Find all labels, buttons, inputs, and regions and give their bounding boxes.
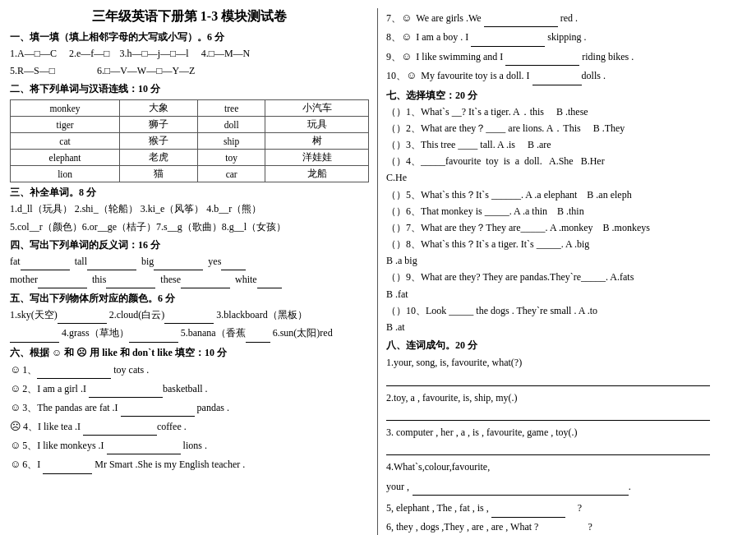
smiley-icon-8: ☺ bbox=[401, 28, 412, 46]
blank-mother[interactable] bbox=[38, 272, 87, 288]
meaning-right-1: 小汽车 bbox=[265, 100, 369, 117]
page: 三年级英语下册第 1-3 模块测试卷 一、填一填（填上相邻字母的大写或小写）。6… bbox=[0, 0, 756, 535]
section8-item4-q: 4.What`s,colour,favourite, bbox=[386, 459, 746, 475]
section8-item1-ans[interactable] bbox=[386, 373, 710, 386]
meaning-right-5: 龙船 bbox=[265, 166, 369, 182]
section7-item9: （）9、What are they? They are pandas.They`… bbox=[386, 270, 746, 285]
smiley-icon-5: ☺ bbox=[10, 437, 21, 454]
meaning-left-3: 猴子 bbox=[120, 133, 198, 150]
blank-s6-2[interactable] bbox=[89, 381, 163, 398]
word-table: monkey 大象 tree 小汽车 tiger 狮子 doll 玩具 cat … bbox=[10, 99, 369, 182]
meaning-right-4: 洋娃娃 bbox=[265, 150, 369, 166]
smiley-icon-10: ☺ bbox=[406, 67, 417, 85]
blank-blackboard[interactable] bbox=[10, 325, 59, 342]
word-left-4: elephant bbox=[11, 150, 120, 166]
section8-item3-q: 3. computer , her , a , is , favourite, … bbox=[386, 424, 746, 440]
section7-item9b: B .fat bbox=[386, 287, 746, 302]
blank-s6-3[interactable] bbox=[121, 400, 195, 417]
meaning-right-3: 树 bbox=[265, 133, 369, 150]
section7-item5: （）5、What`s this？It`s ______. A .a elepha… bbox=[386, 187, 746, 203]
section6-item10: 10、☺ My favourite toy is a doll. I dolls… bbox=[386, 67, 746, 85]
section7-title: 七、选择填空：20 分 bbox=[386, 89, 746, 103]
section3-line2: 5.col__r（颜色）6.or__ge（桔子）7.s__g（歌曲）8.g__l… bbox=[10, 219, 369, 235]
blank-s6-1[interactable] bbox=[37, 362, 111, 379]
section4-line1: fat tall big yes bbox=[10, 254, 369, 270]
smiley-icon-3: ☺ bbox=[10, 399, 21, 417]
section8-item2-q: 2.toy, a , favourite, is, ship, my(.) bbox=[386, 390, 746, 406]
blank-yes[interactable] bbox=[221, 254, 246, 270]
blank-s6-4[interactable] bbox=[83, 419, 157, 436]
smiley-icon-6: ☺ bbox=[10, 456, 21, 473]
meaning-left-1: 大象 bbox=[120, 100, 198, 117]
smiley-icon-7: ☺ bbox=[401, 9, 412, 27]
blank-these[interactable] bbox=[181, 272, 230, 288]
section8-item2-ans[interactable] bbox=[386, 408, 710, 421]
meaning-left-5: 猫 bbox=[120, 166, 198, 182]
blank-grass[interactable] bbox=[129, 325, 178, 342]
word-right-2: doll bbox=[197, 117, 265, 133]
meaning-left-4: 老虎 bbox=[120, 150, 198, 166]
section2-title: 二、将下列单词与汉语连线：10 分 bbox=[10, 82, 369, 96]
right-column: 7、☺ We are girls .We red . 8、☺ I am a bo… bbox=[378, 8, 746, 535]
blank-s6-7[interactable] bbox=[484, 10, 558, 27]
blank-sky[interactable] bbox=[58, 307, 107, 324]
blank-s8-6a[interactable] bbox=[538, 519, 588, 535]
section1-line1: 1.A—□—C 2.e—f—□ 3.h—□—j—□—l 4.□—M—N bbox=[10, 46, 369, 62]
section6-item1: ☺1、 toy cats . bbox=[10, 362, 369, 379]
smiley-icon-2: ☺ bbox=[10, 380, 21, 398]
meaning-right-2: 玩具 bbox=[265, 117, 369, 133]
blank-s6-10[interactable] bbox=[532, 67, 582, 85]
smiley-icon-9: ☺ bbox=[401, 48, 412, 66]
blank-s6-6[interactable] bbox=[43, 457, 92, 473]
section7-item4: （）4、_____favourite toy is a doll. A.She … bbox=[386, 154, 746, 169]
section8-item6-q: 6, they , dogs ,They , are , are , What … bbox=[386, 519, 746, 535]
word-left-1: monkey bbox=[11, 100, 120, 117]
section1-line2: 5.R—S—□ 6.□—V—W—□—Y—Z bbox=[10, 63, 369, 79]
section6-item3: ☺3、The pandas are fat .I pandas . bbox=[10, 399, 369, 417]
section7-item2: （）2、What are they？____ are lions. A．This… bbox=[386, 121, 746, 136]
section7-item7: （）7、What are they？They are_____. A .monk… bbox=[386, 220, 746, 236]
word-right-5: car bbox=[197, 166, 265, 182]
section5-title: 五、写出下列物体所对应的颜色。6 分 bbox=[10, 292, 369, 306]
section7-item6: （）6、That monkey is _____. A .a thin B .t… bbox=[386, 204, 746, 219]
word-left-2: tiger bbox=[11, 117, 120, 133]
blank-tall[interactable] bbox=[87, 254, 136, 270]
word-right-4: toy bbox=[197, 150, 265, 166]
section3-line1: 1.d_ll（玩具） 2.shi_（轮船） 3.ki_e（风筝） 4.b__r（… bbox=[10, 201, 369, 217]
blank-cloud[interactable] bbox=[164, 307, 214, 324]
blank-big[interactable] bbox=[154, 254, 203, 270]
section7-item4b: C.He bbox=[386, 170, 746, 186]
section1-title: 一、填一填（填上相邻字母的大写或小写）。6 分 bbox=[10, 30, 369, 44]
blank-s8-5[interactable] bbox=[491, 500, 565, 517]
section8-item5-q: 5, elephant , The , fat , is , ? bbox=[386, 500, 746, 517]
blank-fat[interactable] bbox=[21, 254, 70, 270]
section6-item9: 9、☺ I like swimming and I riding bikes . bbox=[386, 48, 746, 66]
blank-this[interactable] bbox=[106, 272, 155, 288]
section7-item8: （）8、What`s this？It`s a tiger. It`s _____… bbox=[386, 237, 746, 252]
smiley-icon-1: ☺ bbox=[10, 362, 21, 379]
section6-item5: ☺5、I like monkeys .I lions . bbox=[10, 437, 369, 454]
blank-white[interactable] bbox=[257, 272, 282, 288]
word-left-3: cat bbox=[11, 133, 120, 150]
section8-item4-ans[interactable] bbox=[413, 478, 629, 496]
section8-item3-ans[interactable] bbox=[386, 442, 710, 455]
section6-item7: 7、☺ We are girls .We red . bbox=[386, 9, 746, 27]
blank-banana[interactable] bbox=[246, 325, 270, 342]
section8-title: 八、连词成句。20 分 bbox=[386, 339, 746, 353]
section5-line1: 1.sky(天空) 2.cloud(白云) 3.blackboard（黑板） bbox=[10, 307, 369, 324]
blank-s6-5[interactable] bbox=[107, 438, 181, 454]
blank-s6-9[interactable] bbox=[505, 48, 579, 66]
section4-line2: mother this these white bbox=[10, 272, 369, 288]
blank-s6-8[interactable] bbox=[471, 29, 545, 46]
section5-line2: 4.grass（草地） 5.banana（香蕉 6.sun(太阳)red bbox=[10, 325, 369, 342]
section6-item6: ☺6、I Mr Smart .She is my English teacher… bbox=[10, 456, 369, 473]
section8-item1-q: 1.your, song, is, favourite, what(?) bbox=[386, 354, 746, 371]
section7-item8b: B .a big bbox=[386, 253, 746, 269]
blank-s8-6b[interactable] bbox=[592, 519, 642, 535]
word-left-5: lion bbox=[11, 166, 120, 182]
section6-item4: ☹4、I like tea .I coffee . bbox=[10, 418, 369, 436]
section8-item4-q2: your , . bbox=[386, 477, 746, 499]
page-title: 三年级英语下册第 1-3 模块测试卷 bbox=[10, 8, 369, 25]
word-right-1: tree bbox=[197, 100, 265, 117]
word-right-3: ship bbox=[197, 133, 265, 150]
